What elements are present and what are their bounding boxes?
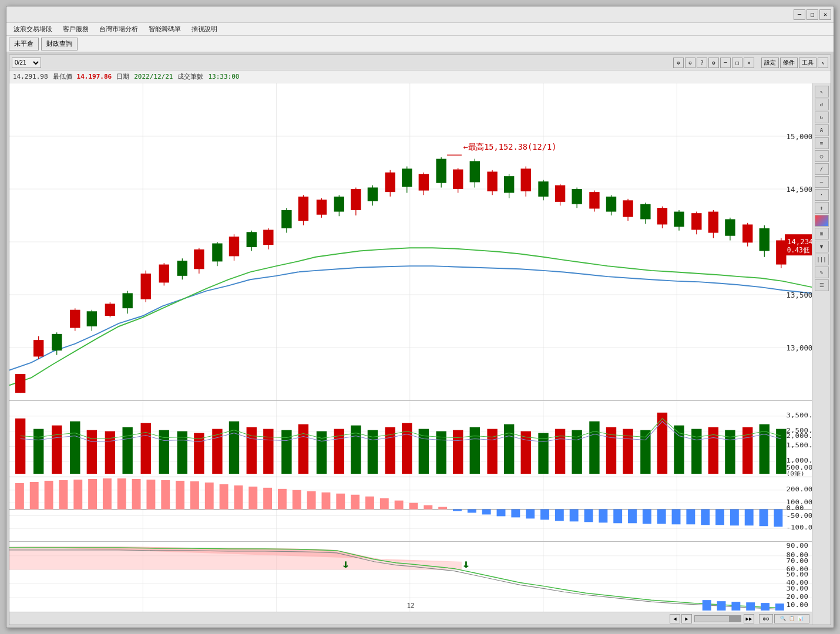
chart-toolbar-left: 0/21 <box>12 58 41 68</box>
svg-rect-26 <box>141 274 151 299</box>
price-label: 14,291.98 <box>13 73 48 80</box>
svg-rect-145 <box>436 431 446 474</box>
rt-circle-btn[interactable]: ○ <box>815 150 829 162</box>
svg-rect-48 <box>334 197 344 212</box>
close-chart-btn[interactable]: ✕ <box>744 58 754 68</box>
svg-rect-36 <box>229 237 239 256</box>
svg-rect-222 <box>555 510 564 521</box>
svg-rect-198 <box>205 483 214 510</box>
rt-bars-btn[interactable]: ||| <box>815 254 829 265</box>
tool-label-btn[interactable]: 工具 <box>799 58 817 68</box>
svg-rect-229 <box>657 510 666 524</box>
restore-button[interactable]: □ <box>807 9 818 20</box>
svg-rect-161 <box>708 427 718 474</box>
open-positions-button[interactable]: 未平倉 <box>9 38 39 50</box>
svg-rect-215 <box>453 510 462 511</box>
nav-zoom1[interactable]: ⊕⊖ <box>759 614 773 623</box>
rt-updown-btn[interactable]: ↕ <box>815 202 829 214</box>
rt-list-btn[interactable]: ☰ <box>815 279 829 291</box>
rt-slash-btn[interactable]: / <box>815 163 829 175</box>
menu-smart-chip[interactable]: 智能籌碼單 <box>144 23 186 35</box>
rt-text-btn[interactable]: A <box>815 124 829 136</box>
rt-dash-btn[interactable]: — <box>815 176 829 188</box>
indicator2-panel: ↓ ↓ <box>9 541 812 612</box>
nav-next-btn[interactable]: ▶▶ <box>744 614 754 623</box>
svg-rect-205 <box>307 491 316 510</box>
minimize-button[interactable]: ─ <box>794 9 805 20</box>
chart-main: ←最高15,152.38(12/1) 15,000.00 14,500.00 1… <box>9 83 812 625</box>
svg-rect-258 <box>717 601 726 611</box>
menu-customer-service[interactable]: 客戶服務 <box>58 23 93 35</box>
svg-rect-28 <box>159 265 169 283</box>
svg-rect-133 <box>229 421 239 474</box>
main-content: 0/21 ⊕ ⊖ ? ⚙ ─ □ ✕ 設定 條件 工具 ↖ <box>6 52 834 628</box>
minimize-chart-btn[interactable]: ─ <box>720 58 731 68</box>
svg-rect-24 <box>122 293 132 308</box>
svg-rect-234 <box>730 510 739 526</box>
svg-rect-200 <box>234 485 243 510</box>
svg-rect-85 <box>640 204 650 220</box>
svg-rect-128 <box>141 423 151 474</box>
svg-rect-202 <box>263 488 272 510</box>
svg-rect-18 <box>70 310 80 328</box>
cursor-btn[interactable]: ↖ <box>818 58 828 68</box>
svg-rect-219 <box>511 510 520 518</box>
svg-text:14,234.40: 14,234.40 <box>787 237 812 246</box>
svg-rect-123 <box>52 426 62 474</box>
condition-label-btn[interactable]: 條件 <box>780 58 798 68</box>
svg-rect-134 <box>247 427 257 474</box>
svg-text:0.00: 0.00 <box>787 505 804 512</box>
svg-rect-191 <box>103 478 112 510</box>
nav-play-btn[interactable]: ▶ <box>681 614 692 623</box>
x-axis-label: 12 <box>406 602 414 609</box>
menu-wave-trading[interactable]: 波浪交易場段 <box>9 23 57 35</box>
svg-text:2,000.00: 2,000.00 <box>787 433 812 440</box>
menu-taiwan-market[interactable]: 台灣市場分析 <box>95 23 143 35</box>
svg-rect-226 <box>613 510 622 524</box>
svg-rect-211 <box>395 501 404 510</box>
period-select[interactable]: 0/21 <box>12 58 41 68</box>
menu-insert-view[interactable]: 插視說明 <box>187 23 222 35</box>
svg-rect-259 <box>731 602 740 611</box>
svg-text:(0筆): (0筆) <box>787 471 805 477</box>
zoom-in-btn[interactable]: ⊕ <box>673 58 684 68</box>
svg-rect-214 <box>438 507 447 510</box>
svg-rect-101 <box>776 240 786 264</box>
settings-btn2[interactable]: ⚙ <box>708 58 719 68</box>
svg-rect-190 <box>88 479 97 510</box>
svg-rect-77 <box>572 189 582 204</box>
svg-rect-60 <box>436 159 446 183</box>
svg-text:1,000.00: 1,000.00 <box>787 457 812 464</box>
main-window: ─ □ ✕ 波浪交易場段 客戶服務 台灣市場分析 智能籌碼單 插視說明 未平倉 … <box>6 6 834 628</box>
nav-prev-btn[interactable]: ◀ <box>670 614 680 623</box>
close-button[interactable]: ✕ <box>819 9 831 20</box>
rt-dot-btn[interactable]: · <box>815 189 829 201</box>
rt-redo-btn[interactable]: ↻ <box>815 112 829 123</box>
rt-grid-btn[interactable]: ⊞ <box>815 228 829 240</box>
svg-text:↓: ↓ <box>341 557 350 570</box>
chart-toolbar-right: ⊕ ⊖ ? ⚙ ─ □ ✕ 設定 條件 工具 ↖ <box>673 58 828 68</box>
scroll-bar[interactable] <box>694 615 741 622</box>
rt-color-btn[interactable] <box>815 215 829 227</box>
svg-rect-160 <box>691 429 701 474</box>
svg-rect-16 <box>52 334 62 350</box>
svg-rect-230 <box>672 510 681 525</box>
maximize-chart-btn[interactable]: □ <box>732 58 742 68</box>
svg-rect-195 <box>161 480 170 510</box>
svg-rect-44 <box>298 197 308 221</box>
rt-lines-btn[interactable]: ≡ <box>815 137 829 149</box>
nav-icons[interactable]: 🔍 📋 📊 <box>774 614 809 623</box>
rt-menu-btn[interactable]: ▼ <box>815 241 829 252</box>
rt-undo-btn[interactable]: ↺ <box>815 99 829 110</box>
help-btn[interactable]: ? <box>697 58 707 68</box>
svg-text:14,500.00: 14,500.00 <box>787 185 812 194</box>
rt-cursor-btn[interactable]: ↖ <box>815 86 829 97</box>
svg-rect-236 <box>760 510 768 527</box>
svg-text:100.00: 100.00 <box>787 499 812 505</box>
zoom-out-btn[interactable]: ⊖ <box>685 58 695 68</box>
rt-edit-btn[interactable]: ✎ <box>815 267 829 278</box>
financial-query-button[interactable]: 財政查詢 <box>41 38 78 50</box>
time-value: 13:33:00 <box>208 73 239 80</box>
svg-rect-65 <box>470 161 480 182</box>
settings-label-btn[interactable]: 設定 <box>761 58 779 68</box>
